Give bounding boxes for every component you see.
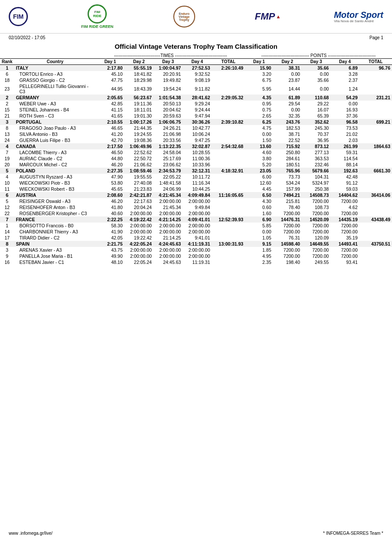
rider-p-day1: 3.80 [245,155,273,162]
rider-name: ESTEBAN Javier - C1 [14,259,96,265]
rider-name: STEINEL Johannes - B4 [14,107,96,113]
rider-t-total [212,125,245,131]
rider-p-day2: 180.51 [273,162,302,168]
team-p-day2: 61.89 [273,94,302,101]
rider-t-day3: 2:00:00.00 [153,253,182,259]
rider-rank: 22 [0,210,14,216]
rider-rank: 8 [0,125,14,131]
team-rank: 1 [0,65,14,71]
team-p-day1: 6.50 [245,192,273,198]
rider-t-day4: 10:44.25 [182,186,212,192]
rider-t-day2: 2:00:00.00 [125,253,154,259]
team-row: 7 FRANCE 2:22.25 4:19:22.42 4:21:14.25 4… [0,216,392,223]
rider-t-day4: 9:24.44 [182,107,212,113]
rider-rank: 13 [0,131,14,137]
rider-t-day3: 19:49.82 [153,77,182,83]
rider-row: 18 GRASSO Giorgio - C2 47.75 18:29.98 19… [0,77,392,83]
rider-p-day3: 104.31 [302,174,331,180]
team-country: AUSTRIA [14,192,96,198]
rider-p-day2: 7200.00 [273,253,302,259]
rider-p-day1: 0.75 [245,107,273,113]
team-t-day1: 2:05.65 [96,94,124,101]
team-t-day3: 1:00:04.97 [153,65,182,71]
rider-p-day2: 215.81 [273,198,302,204]
rider-t-day1: 46.65 [96,125,124,131]
rider-p-total [359,247,392,253]
rider-t-day1: 53.80 [96,180,124,186]
col-p-day2-header: Day 2 [273,59,302,65]
team-t-day2: 1:08:59.46 [125,168,154,174]
rider-name: AUGUSTYN Ryszard - A3 [14,174,96,180]
rider-t-day3: 23:06.62 [153,162,182,168]
green-label: FIM RIDE GREEN [81,24,113,29]
rider-t-day1: 46.20 [96,198,124,204]
fmp-logo: FMP ▲ [255,11,280,22]
team-row: 8 SPAIN 2:21.75 4:22:05.24 4:24:45.63 4:… [0,241,392,247]
team-t-day2: 56:23.67 [125,94,154,101]
team-p-total: 699.21 [359,119,392,125]
rider-row: 12 REISENHOFER Anton - B3 41.80 20:04.24… [0,204,392,210]
team-rank: 3 [0,119,14,125]
rider-rank: 24 [0,137,14,143]
rider-t-day1: 44.95 [96,83,124,94]
rider-t-total [212,107,245,113]
rider-t-day1: 47.75 [96,77,124,83]
rider-t-day2: 19:11.36 [125,101,154,107]
rider-rank: 17 [0,235,14,241]
rider-t-day1: 47.90 [96,174,124,180]
rider-t-day2: 22:50.72 [125,155,154,162]
rider-p-day3: 363.53 [302,155,331,162]
rider-t-day2: 21:06.62 [125,162,154,168]
rider-rank: 2 [0,101,14,107]
rider-t-total [212,186,245,192]
rider-p-day3: 277.13 [302,149,331,155]
credit-text: * INFOMEGA-SERRES Team * [323,531,383,536]
rider-p-total [359,125,392,131]
rider-rank: 3 [0,247,14,253]
rider-p-day2: 0.00 [273,71,302,77]
fim-green-logo: FIMRIDE FIM RIDE GREEN [81,4,113,29]
team-p-day3: 14520.09 [302,216,331,223]
rider-p-total [359,162,392,168]
rider-row: 3 ARENAS Xavier - A3 43.75 2:00:00.00 2:… [0,247,392,253]
rider-t-day3: 24:45.63 [153,259,182,265]
rider-p-day3: 232.46 [302,162,331,168]
team-t-total: 4:18:32.91 [212,168,245,174]
rider-t-total [212,83,245,94]
col-p-total-header: TOTAL [359,59,392,65]
team-p-day2: 14598.40 [273,241,302,247]
rider-p-day3: 5324.97 [302,180,331,186]
rider-t-day4: 9:47.25 [182,137,212,143]
points-label-header: --------------------------------- POINTS… [245,53,392,59]
col-rank-header: Rank [0,59,14,65]
enduro-logo: EnduroVintageTrophy [167,3,202,30]
rider-rank: 11 [0,186,14,192]
rider-p-total [359,113,392,119]
rider-rank: 19 [0,155,14,162]
team-t-total: 13:00:31.93 [212,241,245,247]
rider-t-total [212,71,245,77]
team-country: FRANCE [14,216,96,223]
col-p-day1-header: Day 1 [245,59,273,65]
rider-p-day3: 36.95 [302,137,331,143]
rider-t-day4: 9:49.84 [182,204,212,210]
rider-t-day3: 2:00:00.00 [153,198,182,204]
team-p-day2: 715.92 [273,143,302,149]
team-rank: 2 [0,94,14,101]
rider-t-total [212,259,245,265]
rider-p-total [359,229,392,235]
team-country: ITALY [14,65,96,71]
page-label: Page 1 [369,35,383,40]
rider-p-total [359,253,392,259]
rider-t-day4: 2:00:00.00 [182,198,212,204]
rider-p-day3: 7200.00 [302,223,331,229]
rider-p-total [359,71,392,77]
rider-t-total [212,198,245,204]
rider-p-total [359,198,392,204]
rider-p-day2: 29.54 [273,101,302,107]
rider-p-day1: 1.50 [245,137,273,143]
rider-t-day4: 2:00:00.00 [182,229,212,235]
rider-name: GRASSO Giorgio - C2 [14,77,96,83]
rider-p-day4: 7200.00 [331,229,359,235]
rider-p-day2: 23.87 [273,77,302,83]
